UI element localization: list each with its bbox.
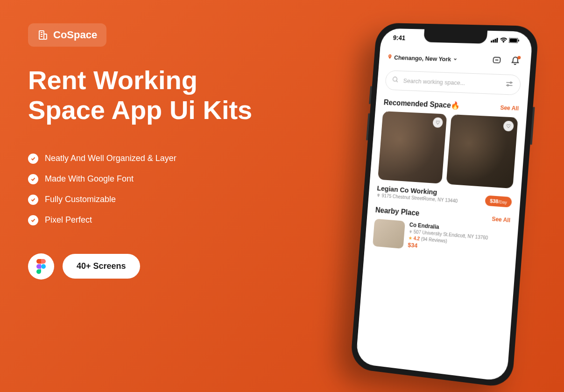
feature-text: Made With Google Font [45,174,134,184]
recommended-card[interactable]: ♡ [378,111,447,184]
headline: Rent Working Space App Ui Kits [28,65,261,126]
figma-icon [28,253,54,280]
brand-name: CoSpace [53,29,97,41]
svg-point-28 [507,84,508,86]
price-badge: $38/Day [485,195,512,207]
star-icon: ★ [408,235,412,241]
phone-mockup: 9:41 [350,23,539,388]
notification-dot [517,56,521,59]
svg-rect-17 [496,38,498,42]
feature-item: Fully Customizable [28,195,261,205]
svg-rect-6 [39,259,41,264]
feature-text: Neatly And Well Organized & Layer [45,154,176,163]
recommended-card[interactable]: ♡ [446,114,518,189]
wifi-icon [500,36,508,44]
recommended-title: Recomended Space🔥 [383,98,460,110]
svg-rect-8 [41,259,43,264]
svg-rect-10 [39,264,41,269]
search-input[interactable]: Search working space... [385,70,521,95]
svg-rect-20 [518,40,519,42]
svg-line-24 [396,81,398,82]
nearby-item[interactable]: Co Endralia 507 University St.Endicott, … [373,219,510,258]
battery-icon [508,37,519,45]
feature-text: Fully Customizable [45,195,116,204]
svg-rect-14 [491,41,492,42]
favorite-button[interactable]: ♡ [432,117,443,128]
feature-item: Pixel Perfect [28,215,261,225]
location-text: Chenango, New York [394,54,451,63]
search-icon [392,76,399,85]
feature-text: Pixel Perfect [45,215,92,225]
svg-rect-1 [44,34,47,39]
nearby-title: Nearby Place [375,206,420,217]
svg-rect-15 [493,40,494,42]
chevron-down-icon [453,56,458,63]
signal-icon [491,36,499,44]
check-icon [28,154,38,164]
svg-rect-13 [39,269,41,272]
feature-list: Neatly And Well Organized & Layer Made W… [28,154,261,225]
svg-point-26 [510,82,512,83]
see-all-link[interactable]: See All [500,104,519,112]
nearby-thumbnail [373,219,405,249]
see-all-link[interactable]: See All [492,216,511,224]
check-icon [28,215,38,225]
chat-button[interactable] [489,53,504,68]
status-time: 9:41 [393,34,405,42]
search-placeholder: Search working space... [403,77,501,88]
svg-rect-16 [494,39,496,42]
building-icon [37,29,49,41]
brand-badge: CoSpace [28,23,106,47]
location-selector[interactable]: Chenango, New York [387,54,458,63]
notification-button[interactable] [508,54,523,68]
screens-badge: 40+ Screens [63,254,140,279]
svg-rect-19 [509,38,517,42]
check-icon [28,174,38,184]
check-icon [28,195,38,205]
favorite-button[interactable]: ♡ [503,120,514,131]
feature-item: Made With Google Font [28,174,261,184]
filter-icon[interactable] [505,80,514,90]
svg-point-11 [41,264,46,269]
feature-item: Neatly And Well Organized & Layer [28,154,261,164]
pin-icon [387,54,393,61]
